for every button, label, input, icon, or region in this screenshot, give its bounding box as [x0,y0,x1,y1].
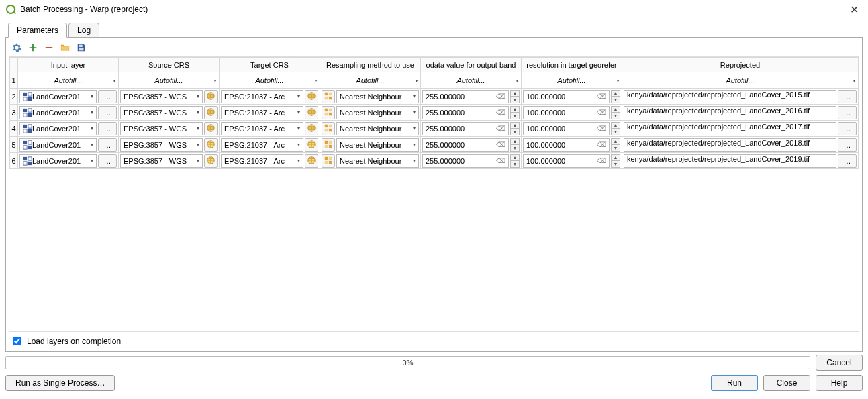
col-input-layer[interactable]: Input layer [18,58,119,72]
spin-up-icon[interactable]: ▲ [612,123,620,129]
resolution-input[interactable]: ⌫ [523,106,610,119]
col-source-crs[interactable]: Source CRS [119,58,220,72]
input-layer-browse-button[interactable]: … [98,106,117,119]
source-crs-picker-button[interactable] [204,122,218,135]
resolution-input[interactable]: ⌫ [523,122,610,135]
resolution-spinner[interactable]: ▲▼ [611,90,620,103]
autofill-nodata[interactable]: Autofill...▾ [421,72,522,89]
output-path-field[interactable] [624,139,836,147]
target-crs-combo[interactable]: EPSG:21037 - Arc ▾ [221,122,303,135]
load-layers-checkbox[interactable] [13,337,21,345]
spin-up-icon[interactable]: ▲ [511,123,519,129]
clear-icon[interactable]: ⌫ [594,125,609,132]
target-crs-combo[interactable]: EPSG:21037 - Arc ▾ [221,90,303,103]
resolution-spinner[interactable]: ▲▼ [611,154,620,168]
source-crs-combo[interactable]: EPSG:3857 - WGS ▾ [120,138,203,152]
input-layer-browse-button[interactable]: … [98,138,117,152]
output-path-input[interactable] [624,90,836,103]
clear-icon[interactable]: ⌫ [594,109,609,116]
output-browse-button[interactable]: … [838,90,857,103]
target-crs-picker-button[interactable] [305,122,318,135]
target-crs-picker-button[interactable] [305,106,318,119]
add-row-icon[interactable] [26,42,40,54]
resolution-input[interactable]: ⌫ [523,154,610,168]
load-layers-label[interactable]: Load layers on completion [27,337,121,346]
spin-up-icon[interactable]: ▲ [612,139,620,146]
resolution-field[interactable] [524,125,594,133]
input-layer-browse-button[interactable]: … [98,90,117,103]
resolution-field[interactable] [524,93,594,101]
gear-icon[interactable] [10,42,23,54]
tab-parameters[interactable]: Parameters [8,23,67,38]
target-crs-picker-button[interactable] [305,90,318,103]
output-path-input[interactable] [624,106,836,119]
clear-icon[interactable]: ⌫ [594,157,609,164]
resolution-field[interactable] [524,109,594,117]
spin-down-icon[interactable]: ▼ [612,161,620,167]
col-reprojected[interactable]: Reprojected [622,58,859,72]
nodata-spinner[interactable]: ▲▼ [510,106,520,119]
input-layer-combo[interactable]: LandCover201 ▾ [19,154,97,168]
resolution-spinner[interactable]: ▲▼ [611,138,620,152]
input-layer-browse-button[interactable]: … [98,122,117,135]
input-layer-combo[interactable]: LandCover201 ▾ [19,106,97,119]
resolution-spinner[interactable]: ▲▼ [611,106,620,119]
spin-down-icon[interactable]: ▼ [511,113,519,119]
output-path-field[interactable] [624,91,836,99]
clear-icon[interactable]: ⌫ [493,141,508,148]
output-browse-button[interactable]: … [838,154,857,168]
clear-icon[interactable]: ⌫ [594,141,609,148]
col-target-crs[interactable]: Target CRS [220,58,320,72]
output-path-field[interactable] [624,155,836,163]
clear-icon[interactable]: ⌫ [594,93,609,100]
resampling-icon-button[interactable] [322,138,335,152]
spin-down-icon[interactable]: ▼ [511,161,519,167]
source-crs-picker-button[interactable] [204,154,218,168]
resampling-icon-button[interactable] [322,90,335,103]
spin-down-icon[interactable]: ▼ [612,145,620,151]
source-crs-combo[interactable]: EPSG:3857 - WGS ▾ [120,90,203,103]
spin-up-icon[interactable]: ▲ [511,155,519,162]
source-crs-picker-button[interactable] [204,106,218,119]
resampling-icon-button[interactable] [322,106,335,119]
nodata-input[interactable]: ⌫ [422,122,509,135]
clear-icon[interactable]: ⌫ [493,125,508,132]
source-crs-combo[interactable]: EPSG:3857 - WGS ▾ [120,122,203,135]
source-crs-combo[interactable]: EPSG:3857 - WGS ▾ [120,106,203,119]
spin-down-icon[interactable]: ▼ [511,97,519,103]
nodata-field[interactable] [423,157,493,165]
output-browse-button[interactable]: … [838,138,857,152]
resampling-combo[interactable]: Nearest Neighbour ▾ [336,106,419,119]
spin-down-icon[interactable]: ▼ [612,129,620,135]
output-path-input[interactable] [624,138,836,152]
autofill-reprojected[interactable]: Autofill...▾ [622,72,859,89]
clear-icon[interactable]: ⌫ [493,157,508,164]
resampling-combo[interactable]: Nearest Neighbour ▾ [336,154,419,168]
nodata-field[interactable] [423,141,493,149]
output-path-input[interactable] [624,154,836,168]
output-path-field[interactable] [624,107,836,115]
spin-down-icon[interactable]: ▼ [511,129,519,135]
resampling-icon-button[interactable] [322,154,335,168]
resolution-field[interactable] [524,141,594,149]
spin-up-icon[interactable]: ▲ [511,139,519,146]
target-crs-combo[interactable]: EPSG:21037 - Arc ▾ [221,154,303,168]
target-crs-picker-button[interactable] [305,138,318,152]
output-path-input[interactable] [624,122,836,135]
open-folder-icon[interactable] [58,42,72,54]
input-layer-combo[interactable]: LandCover201 ▾ [19,138,97,152]
col-resolution[interactable]: resolution in target georefer [522,58,622,72]
input-layer-combo[interactable]: LandCover201 ▾ [19,122,97,135]
nodata-spinner[interactable]: ▲▼ [510,122,520,135]
remove-row-icon[interactable] [42,42,56,54]
nodata-field[interactable] [423,93,493,101]
autofill-input-layer[interactable]: Autofill...▾ [18,72,119,89]
spin-up-icon[interactable]: ▲ [612,91,620,97]
tab-log[interactable]: Log [68,23,99,38]
target-crs-combo[interactable]: EPSG:21037 - Arc ▾ [221,106,303,119]
input-layer-browse-button[interactable]: … [98,154,117,168]
source-crs-combo[interactable]: EPSG:3857 - WGS ▾ [120,154,203,168]
source-crs-picker-button[interactable] [204,90,218,103]
nodata-input[interactable]: ⌫ [422,154,509,168]
cancel-button[interactable]: Cancel [816,355,863,371]
